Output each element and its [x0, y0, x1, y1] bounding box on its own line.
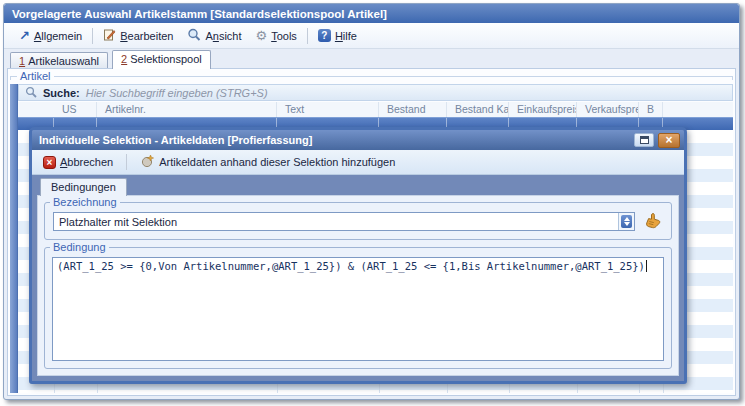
bezeichnung-group: Bezeichnung Platzhalter mit Selektion	[44, 202, 672, 240]
combobox-dropdown-button[interactable]	[618, 213, 634, 230]
column-header-einkaufspreis[interactable]: Einkaufspreis	[509, 102, 577, 117]
abbrechen-button[interactable]: × Abbrechen	[39, 154, 117, 171]
column-header-verkaufspreis[interactable]: Verkaufspreis	[577, 102, 639, 117]
col-gutter	[18, 102, 54, 117]
search-icon	[25, 86, 37, 100]
dialog-toolbar: × Abbrechen Artikeldaten anhand dieser S…	[32, 150, 684, 175]
menu-hilfe[interactable]: ? Hilfe	[311, 26, 364, 45]
menu-ansicht[interactable]: Ansicht	[180, 25, 248, 46]
menu-allgemein[interactable]: ↗ Allgemein	[12, 26, 89, 45]
tab-strip: 1Artikelauswahl 2Selektionspool	[4, 49, 739, 69]
column-header-b[interactable]: B	[639, 102, 663, 117]
bedingung-text: (ART_1_25 >= {0,Von Artikelnummer,@ART_1…	[57, 260, 645, 272]
window-title: Vorgelagerte Auswahl Artikelstamm [Stand…	[12, 8, 387, 20]
spinner-arrows-icon	[621, 215, 632, 228]
dialog-title: Individuelle Selektion - Artikeldaten [P…	[39, 134, 312, 146]
selection-dialog: Individuelle Selektion - Artikeldaten [P…	[29, 127, 687, 384]
edit-icon	[103, 28, 116, 43]
diagonal-arrow-icon: ↗	[19, 29, 30, 42]
combobox-value: Platzhalter mit Selektion	[54, 216, 618, 228]
table-header-row: US Artikelnr. Text Bestand Bestand Kalk.…	[18, 102, 733, 117]
tab-selektionspool[interactable]: 2Selektionspool	[112, 50, 211, 69]
dialog-window-buttons: ×	[634, 133, 680, 148]
column-header-bestand-kalk[interactable]: Bestand Kalk.	[447, 102, 509, 117]
add-selection-label: Artikeldaten anhand dieser Selektion hin…	[159, 156, 395, 168]
column-header-text[interactable]: Text	[277, 102, 379, 117]
bedingung-editor[interactable]: (ART_1_25 >= {0,Von Artikelnummer,@ART_1…	[52, 257, 664, 361]
groupbox-label: Artikel	[17, 70, 54, 82]
toolbar-separator	[126, 154, 127, 170]
menu-ansicht-label: Ansicht	[205, 30, 241, 42]
add-selection-button[interactable]: Artikeldaten anhand dieser Selektion hin…	[136, 152, 399, 172]
bedingung-label: Bedingung	[50, 241, 109, 253]
search-input[interactable]: Suche: Hier Suchbegriff eingeben (STRG+S…	[18, 84, 733, 101]
column-header-bestand[interactable]: Bestand	[379, 102, 447, 117]
close-button[interactable]: ×	[658, 133, 680, 148]
cancel-icon: ×	[43, 156, 56, 169]
dialog-body: Bedingungen Bezeichnung Platzhalter mit …	[32, 175, 684, 381]
close-icon: ×	[665, 135, 672, 145]
add-selection-icon	[140, 154, 155, 170]
window-titlebar: Vorgelagerte Auswahl Artikelstamm [Stand…	[4, 4, 739, 23]
hand-icon[interactable]	[643, 211, 663, 231]
menu-separator	[307, 28, 308, 44]
text-caret	[646, 260, 647, 272]
tab-artikelauswahl[interactable]: 1Artikelauswahl	[10, 52, 108, 69]
column-header-artikelnr[interactable]: Artikelnr.	[97, 102, 277, 117]
tab-bedingungen[interactable]: Bedingungen	[40, 178, 127, 196]
menu-bar: ↗ Allgemein Bearbeiten Ansicht ⚙ Tools ?…	[4, 23, 739, 49]
restore-icon	[640, 136, 649, 144]
help-icon: ?	[318, 29, 331, 42]
menu-allgemein-label: Allgemein	[34, 30, 82, 42]
app-window: Vorgelagerte Auswahl Artikelstamm [Stand…	[3, 3, 740, 400]
menu-hilfe-label: Hilfe	[335, 30, 357, 42]
bedingungen-panel: Bezeichnung Platzhalter mit Selektion Be…	[37, 195, 679, 376]
menu-tools[interactable]: ⚙ Tools	[249, 26, 304, 45]
restore-button[interactable]	[634, 133, 654, 147]
magnifier-icon	[187, 28, 201, 43]
menu-tools-label: Tools	[271, 30, 297, 42]
menu-separator	[92, 28, 93, 44]
bedingung-group: Bedingung (ART_1_25 >= {0,Von Artikelnum…	[44, 247, 672, 369]
abbrechen-label: Abbrechen	[60, 156, 113, 168]
bezeichnung-label: Bezeichnung	[50, 196, 120, 208]
table-left-gutter	[10, 84, 18, 393]
search-label: Suche:	[43, 87, 80, 99]
bezeichnung-combobox[interactable]: Platzhalter mit Selektion	[53, 212, 635, 231]
column-header-us[interactable]: US	[54, 102, 97, 117]
dialog-titlebar[interactable]: Individuelle Selektion - Artikeldaten [P…	[32, 130, 684, 150]
menu-bearbeiten[interactable]: Bearbeiten	[96, 25, 180, 46]
menu-bearbeiten-label: Bearbeiten	[120, 30, 173, 42]
search-placeholder: Hier Suchbegriff eingeben (STRG+S)	[86, 87, 268, 99]
groupbox-border	[10, 76, 733, 80]
gear-icon: ⚙	[256, 29, 268, 42]
column-header-filler	[663, 102, 733, 117]
